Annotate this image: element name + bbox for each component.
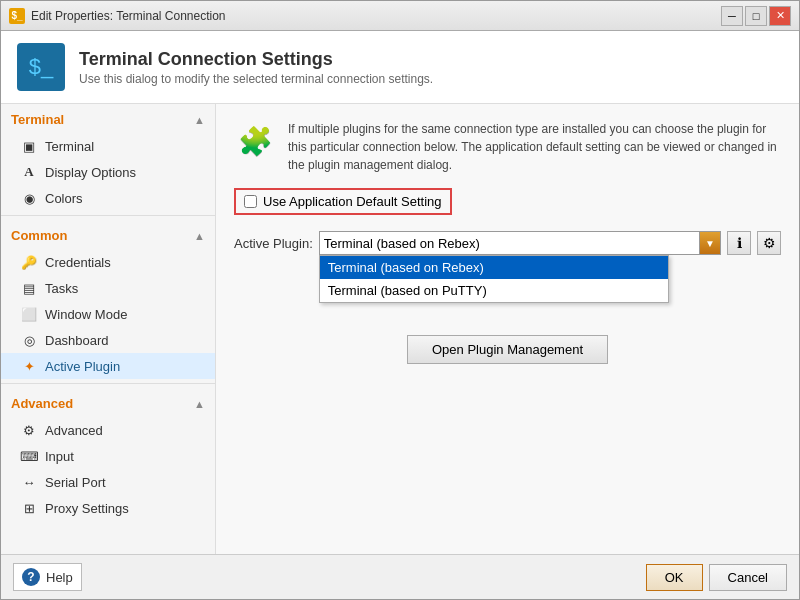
sidebar-item-colors-label: Colors xyxy=(45,191,83,206)
sidebar-item-terminal[interactable]: ▣ Terminal xyxy=(1,133,215,159)
info-description: If multiple plugins for the same connect… xyxy=(288,120,781,174)
sidebar-item-tasks[interactable]: ▤ Tasks xyxy=(1,275,215,301)
puzzle-icon: 🧩 xyxy=(234,120,276,162)
main-content: Terminal ▲ ▣ Terminal A Display Options … xyxy=(1,104,799,554)
title-bar: $_ Edit Properties: Terminal Connection … xyxy=(1,1,799,31)
sidebar-item-input[interactable]: ⌨ Input xyxy=(1,443,215,469)
cancel-button[interactable]: Cancel xyxy=(709,564,787,591)
sidebar-item-active-plugin-label: Active Plugin xyxy=(45,359,120,374)
use-app-default-checkbox[interactable] xyxy=(244,195,257,208)
header-text: Terminal Connection Settings Use this di… xyxy=(79,49,433,86)
info-box: 🧩 If multiple plugins for the same conne… xyxy=(234,120,781,174)
dashboard-icon: ◎ xyxy=(21,332,37,348)
sidebar-item-serial-port-label: Serial Port xyxy=(45,475,106,490)
dialog-subtitle: Use this dialog to modify the selected t… xyxy=(79,72,433,86)
display-icon: A xyxy=(21,164,37,180)
sidebar-item-advanced[interactable]: ⚙ Advanced xyxy=(1,417,215,443)
sidebar-item-credentials[interactable]: 🔑 Credentials xyxy=(1,249,215,275)
active-plugin-row: Active Plugin: Terminal (based on Rebex)… xyxy=(234,231,781,255)
use-app-default-checkbox-row[interactable]: Use Application Default Setting xyxy=(234,188,452,215)
window-mode-icon: ⬜ xyxy=(21,306,37,322)
dialog-footer: ? Help OK Cancel xyxy=(1,554,799,599)
plugin-select-wrapper: Terminal (based on Rebex) ▼ Terminal (ba… xyxy=(319,231,721,255)
close-button[interactable]: ✕ xyxy=(769,6,791,26)
header-icon: $_ xyxy=(17,43,65,91)
use-app-default-label: Use Application Default Setting xyxy=(263,194,442,209)
help-icon: ? xyxy=(22,568,40,586)
dropdown-option-putty[interactable]: Terminal (based on PuTTY) xyxy=(320,279,668,302)
footer-action-buttons: OK Cancel xyxy=(646,564,787,591)
advanced-icon: ⚙ xyxy=(21,422,37,438)
chevron-up-icon-2: ▲ xyxy=(194,230,205,242)
sidebar-item-dashboard-label: Dashboard xyxy=(45,333,109,348)
sidebar-item-window-mode-label: Window Mode xyxy=(45,307,127,322)
input-icon: ⌨ xyxy=(21,448,37,464)
sidebar-item-display-options[interactable]: A Display Options xyxy=(1,159,215,185)
window-title: Edit Properties: Terminal Connection xyxy=(31,9,721,23)
sidebar-section-terminal-label: Terminal xyxy=(11,112,64,127)
window-controls: ─ □ ✕ xyxy=(721,6,791,26)
sidebar-section-common-label: Common xyxy=(11,228,67,243)
plugin-dropdown: Terminal (based on Rebex) Terminal (base… xyxy=(319,255,669,303)
sidebar-item-active-plugin[interactable]: ✦ Active Plugin xyxy=(1,353,215,379)
dialog-title: Terminal Connection Settings xyxy=(79,49,433,70)
sidebar-item-input-label: Input xyxy=(45,449,74,464)
chevron-up-icon-3: ▲ xyxy=(194,398,205,410)
sidebar-item-credentials-label: Credentials xyxy=(45,255,111,270)
maximize-button[interactable]: □ xyxy=(745,6,767,26)
sidebar-item-window-mode[interactable]: ⬜ Window Mode xyxy=(1,301,215,327)
open-plugin-management-button[interactable]: Open Plugin Management xyxy=(407,335,608,364)
gear-button[interactable]: ⚙ xyxy=(757,231,781,255)
sidebar: Terminal ▲ ▣ Terminal A Display Options … xyxy=(1,104,216,554)
dialog-header: $_ Terminal Connection Settings Use this… xyxy=(1,31,799,104)
plugin-row-label: Active Plugin: xyxy=(234,236,313,251)
proxy-icon: ⊞ xyxy=(21,500,37,516)
serial-port-icon: ↔ xyxy=(21,474,37,490)
sidebar-item-colors[interactable]: ◉ Colors xyxy=(1,185,215,211)
sidebar-section-advanced[interactable]: Advanced ▲ xyxy=(1,388,215,417)
select-dropdown-arrow[interactable]: ▼ xyxy=(699,231,721,255)
terminal-icon: ▣ xyxy=(21,138,37,154)
sidebar-item-advanced-label: Advanced xyxy=(45,423,103,438)
sidebar-section-common[interactable]: Common ▲ xyxy=(1,220,215,249)
ok-button[interactable]: OK xyxy=(646,564,703,591)
plugin-select-display[interactable]: Terminal (based on Rebex) xyxy=(319,231,721,255)
sidebar-item-proxy-settings[interactable]: ⊞ Proxy Settings xyxy=(1,495,215,521)
sidebar-item-proxy-settings-label: Proxy Settings xyxy=(45,501,129,516)
help-label: Help xyxy=(46,570,73,585)
sidebar-item-serial-port[interactable]: ↔ Serial Port xyxy=(1,469,215,495)
app-icon: $_ xyxy=(9,8,25,24)
info-button[interactable]: ℹ xyxy=(727,231,751,255)
main-window: $_ Edit Properties: Terminal Connection … xyxy=(0,0,800,600)
help-button[interactable]: ? Help xyxy=(13,563,82,591)
sidebar-item-tasks-label: Tasks xyxy=(45,281,78,296)
dropdown-option-rebex[interactable]: Terminal (based on Rebex) xyxy=(320,256,668,279)
credentials-icon: 🔑 xyxy=(21,254,37,270)
minimize-button[interactable]: ─ xyxy=(721,6,743,26)
sidebar-item-dashboard[interactable]: ◎ Dashboard xyxy=(1,327,215,353)
sidebar-item-terminal-label: Terminal xyxy=(45,139,94,154)
tasks-icon: ▤ xyxy=(21,280,37,296)
colors-icon: ◉ xyxy=(21,190,37,206)
active-plugin-icon: ✦ xyxy=(21,358,37,374)
chevron-up-icon: ▲ xyxy=(194,114,205,126)
sidebar-section-terminal[interactable]: Terminal ▲ xyxy=(1,104,215,133)
sidebar-section-advanced-label: Advanced xyxy=(11,396,73,411)
right-panel: 🧩 If multiple plugins for the same conne… xyxy=(216,104,799,554)
sidebar-item-display-label: Display Options xyxy=(45,165,136,180)
